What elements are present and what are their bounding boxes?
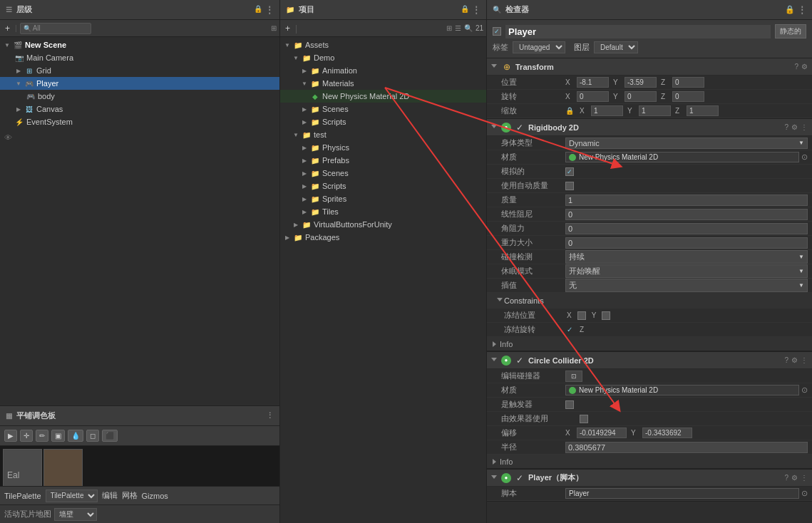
offset-x-input[interactable] [577,428,627,438]
static-button[interactable]: 静态的 [775,24,806,38]
project-list-icon[interactable]: ☰ [455,24,461,32]
transform-header[interactable]: ⊕ Transform ? ⚙ [487,58,812,76]
gravity-input[interactable] [565,237,808,249]
hierarchy-item-scene[interactable]: ▼ 🎬 New Scene [0,38,279,51]
active-tilemap-select[interactable]: 墙壁 [54,508,97,521]
proj-packages[interactable]: ▶ 📁 Packages [280,231,486,244]
tile-block-2[interactable] [43,449,83,486]
collision-dropdown[interactable]: 持续 ▼ [565,250,808,264]
offset-y-input[interactable] [642,428,692,438]
linear-drag-input[interactable] [565,209,808,220]
grid-toggle[interactable]: ▶ [14,66,23,75]
project-grid-icon[interactable]: ⊞ [446,24,452,32]
transform-help-icon[interactable]: ? [794,63,798,71]
circle-settings-icon[interactable]: ⚙ [791,356,798,364]
physics-toggle[interactable]: ▶ [300,143,309,152]
test-scenes-toggle[interactable]: ▶ [300,169,309,177]
animation-toggle[interactable]: ▶ [300,66,309,75]
rigidbody-info-row[interactable]: Info [487,337,812,351]
angular-drag-input[interactable] [565,223,808,234]
proj-demo[interactable]: ▼ 📁 Demo [280,51,486,64]
tiles-toggle[interactable]: ▶ [300,207,309,216]
proj-test-scenes[interactable]: ▶ 📁 Scenes [280,167,486,180]
script-checkbox[interactable]: ✓ [516,473,523,483]
rigidbody-settings-icon[interactable]: ⚙ [791,123,798,131]
edit-collider-button[interactable]: ⊡ [565,371,582,382]
tile-edit-label[interactable]: 编辑 [102,490,118,501]
circle-more-icon[interactable]: ⋮ [801,356,808,364]
rigidbody-help-icon[interactable]: ? [784,123,788,131]
hierarchy-search-box[interactable]: 🔍 All [20,23,91,34]
rigidbody-material-ref[interactable]: New Physics Material 2D [565,152,799,162]
test-toggle[interactable]: ▼ [292,130,300,139]
hierarchy-more-icon[interactable]: ⋮ [265,5,274,15]
pos-z-input[interactable] [672,77,704,88]
hierarchy-item-camera[interactable]: 📷 Main Camera [0,51,279,64]
rigidbody-material-pick[interactable]: ⊙ [801,152,808,162]
tile-gizmos-label[interactable]: Gizmos [142,492,168,500]
proj-prefabs[interactable]: ▶ 📁 Prefabs [280,154,486,167]
scale-z-input[interactable] [687,105,719,116]
sleep-dropdown[interactable]: 开始唤醒 ▼ [565,264,808,278]
prefabs-toggle[interactable]: ▶ [300,156,309,165]
hierarchy-item-canvas[interactable]: ▶ 🖼 Canvas [0,103,279,115]
script-ref[interactable]: Player [565,488,799,499]
proj-virtual-buttons[interactable]: ▶ 📁 VirtualButtonsForUnity [280,218,486,231]
rot-y-input[interactable] [625,91,657,102]
rigidbody-checkbox[interactable]: ✓ [516,123,523,133]
hierarchy-item-eventsystem[interactable]: ⚡ EventSystem [0,115,279,128]
proj-test[interactable]: ▼ 📁 test [280,128,486,141]
sprites-toggle[interactable]: ▶ [300,195,309,203]
add-button[interactable]: + [3,24,12,33]
gameobject-active-checkbox[interactable]: ✓ [493,27,501,36]
pos-y-input[interactable] [625,77,657,88]
materials-toggle[interactable]: ▼ [300,79,309,88]
pos-x-input[interactable] [577,77,609,88]
scene-toggle[interactable]: ▼ [3,41,11,49]
hierarchy-item-grid[interactable]: ▶ ⊞ Grid [0,64,279,77]
hierarchy-item-player[interactable]: ▼ 🎮 Player [0,77,279,90]
tile-block-1[interactable] [3,449,42,486]
tile-picker-btn[interactable]: 💧 [68,430,83,442]
hierarchy-item-body[interactable]: 🎮 body [0,90,279,103]
circle-help-icon[interactable]: ? [784,356,788,364]
interpolate-dropdown[interactable]: 无 ▼ [565,279,808,292]
gameobject-name-input[interactable] [505,25,771,38]
assets-toggle[interactable]: ▼ [283,41,292,49]
circle-collider-header[interactable]: ● ✓ Circle Collider 2D ? ⚙ ⋮ [487,352,812,369]
script-pick[interactable]: ⊙ [801,489,808,498]
scale-y-input[interactable] [639,105,671,116]
rot-z-input[interactable] [672,91,704,102]
tile-palette-more[interactable]: ⋮ [266,411,274,420]
canvas-toggle[interactable]: ▶ [14,105,23,113]
tile-palette-select[interactable]: TilePalette [46,490,98,502]
script-more-icon[interactable]: ⋮ [801,474,808,482]
proj-physics-material[interactable]: ◆ New Physics Material 2D [280,90,486,103]
circle-collider-checkbox[interactable]: ✓ [516,356,523,366]
rigidbody2d-header[interactable]: ● ✓ Rigidbody 2D ? ⚙ ⋮ [487,119,812,136]
collider-material-ref[interactable]: New Physics Material 2D [565,385,799,395]
proj-test-scripts[interactable]: ▶ 📁 Scripts [280,180,486,192]
body-type-dropdown[interactable]: Dynamic ▼ [565,138,808,149]
demo-toggle[interactable]: ▼ [292,53,300,62]
project-search-icon[interactable]: 🔍 [464,24,473,32]
player-script-header[interactable]: ● ✓ Player（脚本） ? ⚙ ⋮ [487,470,812,487]
project-more-icon[interactable]: ⋮ [472,5,480,15]
collider-material-pick[interactable]: ⊙ [801,385,808,395]
inspector-lock-icon[interactable]: 🔒 [785,5,795,15]
tile-fill-btn[interactable]: ⬛ [102,430,118,442]
tag-select[interactable]: Untagged [513,41,565,53]
layer-select[interactable]: Default [594,41,638,53]
proj-materials[interactable]: ▼ 📁 Materials [280,77,486,90]
proj-tiles[interactable]: ▶ 📁 Tiles [280,205,486,218]
tile-move-btn[interactable]: ✛ [20,430,33,442]
proj-physics[interactable]: ▶ 📁 Physics [280,141,486,154]
proj-demo-scripts[interactable]: ▶ 📁 Scripts [280,115,486,128]
rigidbody-more-icon[interactable]: ⋮ [801,123,808,131]
demo-scripts-toggle[interactable]: ▶ [300,118,309,126]
script-help-icon[interactable]: ? [784,474,788,482]
mass-input[interactable] [565,195,808,206]
callback-checkbox[interactable] [580,415,588,423]
proj-animation[interactable]: ▶ 📁 Animation [280,64,486,77]
test-scripts-toggle[interactable]: ▶ [300,182,309,190]
